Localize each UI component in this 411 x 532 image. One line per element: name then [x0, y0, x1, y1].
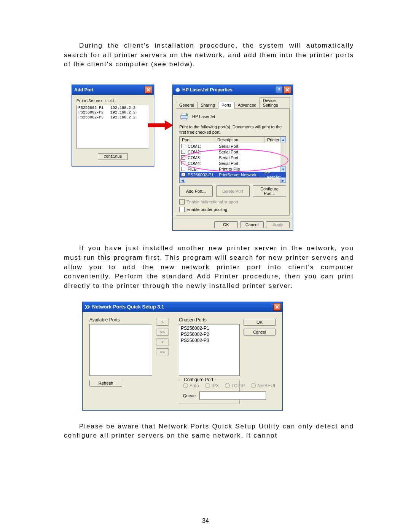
available-ports-label: Available Ports: [89, 317, 152, 323]
mover-buttons: > >> < <<: [156, 319, 175, 355]
checkbox[interactable]: [181, 161, 185, 165]
radio-ipx: IPX: [205, 383, 219, 388]
configure-port-button[interactable]: Configure Port...: [253, 185, 286, 197]
scroll-up-icon[interactable]: ▲: [280, 137, 286, 142]
ports-list-header: Port Description Printer: [180, 137, 286, 143]
paragraph-2: If you have just installed another new p…: [64, 244, 354, 291]
radio-netbeui: NetBEUI: [251, 383, 275, 388]
port-row[interactable]: COM1:Serial Port: [180, 143, 286, 149]
ports-instruction: Print to the following port(s). Document…: [179, 125, 286, 135]
printer-pooling-label: Enable printer pooling: [186, 207, 227, 212]
printserver-list-label: PrintServer List: [76, 99, 149, 103]
close-icon[interactable]: [145, 86, 152, 94]
move-all-left-button[interactable]: <<: [156, 348, 169, 355]
continue-button[interactable]: Continue: [98, 153, 127, 160]
paragraph-1: During the client's installation procedu…: [64, 41, 354, 69]
configure-port-group: Configure Port Auto IPX TCPIP NetBEUI Qu…: [179, 380, 240, 404]
chosen-ports-list[interactable]: PS256002-P1 PS256002-P2 PS256002-P3: [179, 324, 240, 376]
ports-list: Port Description Printer COM1:Serial Por…: [179, 136, 286, 183]
port-row[interactable]: COM3:Serial Port: [180, 155, 286, 160]
port-row[interactable]: COM4:Serial Port: [180, 160, 286, 166]
tab-device-settings[interactable]: Device Settings: [260, 97, 290, 108]
quick-setup-window: Network Ports Quick Setup 3.1 Available …: [82, 302, 283, 411]
tab-ports[interactable]: Ports: [218, 102, 235, 109]
refresh-button[interactable]: Refresh: [89, 380, 122, 387]
cancel-button[interactable]: Cancel: [244, 329, 276, 335]
list-item[interactable]: PS256002-P2: [181, 331, 238, 337]
ok-button[interactable]: OK: [244, 319, 276, 326]
cancel-button[interactable]: Cancel: [240, 221, 264, 228]
checkbox[interactable]: [179, 207, 185, 212]
checkbox: [179, 199, 185, 204]
svg-rect-4: [182, 113, 186, 115]
bidirectional-label: Enable bidirectional support: [186, 200, 238, 204]
add-port-button[interactable]: Add Port...: [179, 185, 213, 197]
svg-rect-3: [180, 115, 188, 118]
checkbox[interactable]: ✓: [181, 173, 185, 177]
checkbox[interactable]: [181, 155, 185, 160]
col-description[interactable]: Description: [215, 137, 265, 143]
checkbox[interactable]: [181, 167, 185, 171]
scroll-left-icon[interactable]: ◀: [180, 178, 185, 183]
tab-strip: General Sharing Ports Advanced Device Se…: [176, 97, 290, 108]
apply-button[interactable]: Apply: [266, 221, 290, 228]
chosen-ports-label: Chosen Ports: [179, 317, 240, 323]
add-port-titlebar: Add Port: [72, 85, 154, 95]
chevrons-icon: [85, 304, 90, 310]
delete-port-button[interactable]: Delete Port: [216, 185, 250, 197]
list-item[interactable]: PS256002-P3: [181, 337, 238, 343]
svg-rect-0: [176, 89, 180, 91]
page-number: 34: [0, 518, 411, 524]
paragraph-3: Please be aware that Network Ports Quick…: [64, 422, 354, 441]
checkbox[interactable]: [181, 150, 185, 154]
list-item[interactable]: PS256002-P1: [181, 325, 238, 331]
close-icon[interactable]: [273, 303, 281, 311]
properties-footer: OK Cancel Apply: [173, 219, 293, 230]
list-item[interactable]: PS256002-P2 192.168.2.2: [78, 110, 147, 115]
printer-icon: [179, 112, 189, 121]
printer-properties-window: HP LaserJet Properties ? General Sharing…: [172, 85, 293, 231]
red-arrow-icon: [148, 120, 175, 130]
printserver-list[interactable]: PS256002-P1 192.168.2.2 PS256002-P2 192.…: [76, 105, 149, 149]
quick-setup-title: Network Ports Quick Setup 3.1: [92, 304, 272, 310]
queue-input[interactable]: [199, 391, 266, 400]
add-port-title: Add Port: [74, 87, 144, 93]
properties-titlebar: HP LaserJet Properties ?: [173, 85, 293, 95]
close-icon[interactable]: [284, 86, 291, 94]
help-icon[interactable]: ?: [275, 86, 283, 94]
ports-panel: HP LaserJet Print to the following port(…: [176, 108, 290, 216]
bidirectional-checkbox-row: Enable bidirectional support: [179, 199, 286, 204]
quick-setup-titlebar: Network Ports Quick Setup 3.1: [83, 302, 282, 312]
configure-port-legend: Configure Port: [182, 377, 215, 382]
queue-label: Queue: [183, 393, 196, 398]
add-port-window: Add Port PrintServer List PS256002-P1 19…: [72, 85, 154, 166]
available-ports-list[interactable]: [89, 324, 152, 376]
move-left-button[interactable]: <: [156, 339, 169, 345]
svg-rect-6: [182, 118, 186, 120]
list-item[interactable]: PS256002-P3 192.168.2.2: [78, 115, 147, 120]
printer-name: HP LaserJet: [192, 114, 215, 119]
scroll-down-icon[interactable]: ▼: [280, 166, 286, 172]
protocol-radios: Auto IPX TCPIP NetBEUI: [183, 383, 236, 388]
tab-advanced[interactable]: Advanced: [234, 102, 260, 108]
svg-rect-1: [177, 88, 179, 89]
printer-icon: [175, 87, 180, 93]
figure-row: Add Port PrintServer List PS256002-P1 19…: [72, 85, 354, 231]
move-right-button[interactable]: >: [156, 319, 169, 326]
vertical-scrollbar[interactable]: ▲ ▼: [280, 137, 286, 172]
printer-pooling-checkbox-row[interactable]: Enable printer pooling: [179, 207, 286, 212]
tab-general[interactable]: General: [176, 102, 198, 108]
properties-title: HP LaserJet Properties: [182, 87, 274, 93]
ok-button[interactable]: OK: [214, 221, 238, 228]
checkbox[interactable]: [181, 144, 185, 148]
port-row-selected[interactable]: ✓PS256002-P1PrintServer Network...HP Las…: [180, 172, 286, 177]
move-all-right-button[interactable]: >>: [156, 329, 169, 335]
radio-auto: Auto: [183, 383, 199, 388]
radio-tcpip: TCPIP: [225, 383, 245, 388]
list-item[interactable]: PS256002-P1 192.168.2.2: [78, 106, 147, 111]
port-row[interactable]: COM2:Serial Port: [180, 149, 286, 155]
col-port[interactable]: Port: [180, 137, 215, 143]
tab-sharing[interactable]: Sharing: [197, 102, 218, 108]
svg-rect-2: [177, 91, 179, 92]
